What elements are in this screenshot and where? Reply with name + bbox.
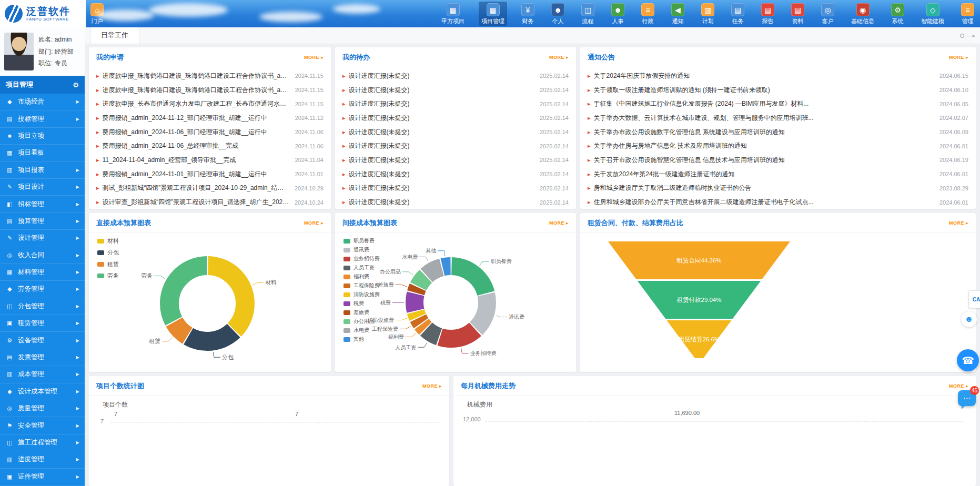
sidebar-item-project-design[interactable]: ✎项目设计▶ — [0, 179, 85, 196]
qq-service-icon[interactable]: ☻ — [961, 311, 977, 327]
sidebar-item-bidding[interactable]: ▤投标管理▶ — [0, 110, 85, 127]
notice-row[interactable]: ▸于征集《中国建筑施工行业信息化发展报告 (2024) —BIM应用与发展》材料… — [588, 97, 968, 111]
sidebar-item-material[interactable]: ▦材料管理▶ — [0, 264, 85, 281]
sidebar-item-budget[interactable]: ▤预算管理▶ — [0, 213, 85, 230]
notice-row[interactable]: ▸关于发放2024年第24批一级建造师注册证书的通知2024.06.01 — [588, 167, 968, 181]
todo-row[interactable]: ▸设计进度汇报(未提交)2025.02.14 — [342, 97, 569, 111]
key-icon[interactable] — [960, 34, 964, 38]
legend-item[interactable]: 办公用品 — [343, 318, 380, 325]
todo-row[interactable]: ▸设计进度汇报(未提交)2025.02.14 — [342, 181, 569, 196]
application-row[interactable]: ▸进度款申报_珠海鹤港口建设_珠海鹤港口建设工程合作协议书_admin_...2… — [96, 69, 324, 83]
sidebar-item-certificate[interactable]: ▣证件管理▶ — [0, 469, 85, 485]
chat-icon[interactable]: ⋯ 45 — [958, 390, 976, 406]
nav-item-owner-project[interactable]: ▦甲方项目 — [439, 2, 467, 26]
nav-item-docs[interactable]: ▤资料 — [789, 2, 807, 26]
legend-item[interactable]: 人员工资 — [343, 264, 380, 271]
more-link[interactable]: MORE ▸ — [949, 383, 968, 389]
more-link[interactable]: MORE ▸ — [949, 55, 968, 60]
notice-row[interactable]: ▸关于领取一级注册建造师培训贴的通知 (须持一建证书前来领取)2024.06.1… — [588, 83, 968, 97]
sidebar-item-subcontract[interactable]: ◫分包管理▶ — [0, 298, 85, 315]
notice-row[interactable]: ▸房和城乡建设厅关于取消二级建造师临时执业证书的公告2023.08.29 — [588, 181, 968, 196]
expand-icon[interactable]: ⇥ — [969, 32, 975, 39]
nav-item-administration[interactable]: ≡行政 — [639, 2, 657, 26]
todo-row[interactable]: ▸设计进度汇报(未提交)2025.02.14 — [342, 167, 569, 181]
legend-item[interactable]: 职员餐费 — [343, 237, 380, 245]
more-link[interactable]: MORE ▸ — [304, 55, 324, 60]
more-link[interactable]: MORE ▸ — [422, 383, 442, 389]
application-row[interactable]: ▸测试_彭祖新城“四馆”景观工程设计项目_2024-10-29_admin_结束… — [96, 181, 324, 196]
gear-icon[interactable]: ⚙ — [73, 81, 79, 89]
nav-item-system[interactable]: ⚙系统 — [888, 2, 907, 26]
more-link[interactable]: MORE ▸ — [549, 55, 569, 60]
notice-row[interactable]: ▸关于举办市政公用设施数字化管理信息 系统建设与应用培训班的通知2024.06.… — [588, 125, 968, 139]
sidebar-item-labor[interactable]: ◆劳务管理▶ — [0, 281, 85, 298]
legend-item[interactable]: 消防设施费 — [343, 291, 380, 298]
legend-item[interactable]: 福利费 — [343, 273, 380, 280]
application-row[interactable]: ▸11_2024-11-04_admin_经营部_领导审批__完成2024.11… — [96, 153, 324, 167]
application-row[interactable]: ▸设计审查_彭祖新城“四馆”景观工程设计项目_请选择_胡广生_2024-10-2… — [96, 195, 324, 209]
nav-item-report[interactable]: ▤报告 — [759, 2, 777, 26]
legend-item[interactable]: 分包 — [97, 249, 119, 257]
legend-item[interactable]: 税费 — [343, 300, 380, 307]
nav-item-personal[interactable]: ☻个人 — [549, 2, 567, 26]
more-link[interactable]: MORE ▸ — [949, 220, 968, 226]
nav-item-hr[interactable]: ☻人事 — [609, 2, 627, 26]
application-row[interactable]: ▸进度款申报_长春市伊通河水力发电厂改建工程_长春市伊通河水力发电...2024… — [96, 97, 324, 111]
nav-item-manage[interactable]: ≡管理 — [958, 2, 977, 26]
sidebar-item-rental[interactable]: ▣租赁管理▶ — [0, 315, 85, 332]
legend-item[interactable]: 通讯费 — [343, 246, 380, 254]
application-row[interactable]: ▸费用报销_admin_2024-11-12_部门经理审批_胡建__运行中202… — [96, 111, 324, 125]
todo-row[interactable]: ▸设计进度汇报(未提交)2025.02.14 — [342, 111, 569, 125]
nav-item-plan[interactable]: ▥计划 — [699, 2, 717, 26]
sidebar-item-safety[interactable]: ⚑安全管理▶ — [0, 417, 85, 434]
nav-item-customer[interactable]: ◎客户 — [819, 2, 837, 26]
legend-item[interactable]: 租赁 — [97, 260, 119, 268]
application-row[interactable]: ▸费用报销_admin_2024-11-01_部门经理审批_胡建__运行中202… — [96, 167, 324, 181]
todo-row[interactable]: ▸设计进度汇报(未提交)2025.02.14 — [342, 83, 569, 97]
nav-item-modeling[interactable]: ◇智能建模 — [918, 2, 947, 26]
sidebar-item-invoice[interactable]: ▤发票管理▶ — [0, 349, 85, 366]
legend-item[interactable]: 其他 — [343, 336, 380, 343]
tab-daily-work[interactable]: 日常工作 — [90, 27, 139, 44]
nav-item-project-mgmt[interactable]: ▦项目管理 — [479, 2, 507, 26]
application-row[interactable]: ▸费用报销_admin_2024-11-06_部门经理审批_胡建__运行中202… — [96, 125, 324, 139]
phone-service-icon[interactable]: ☎ — [957, 349, 979, 371]
notice-row[interactable]: ▸住房和城乡建设部办公厅关于同意吉林省开展二级建造师注册证书电子化试点...20… — [588, 195, 968, 209]
todo-row[interactable]: ▸设计进度汇报(未提交)2025.02.14 — [342, 139, 569, 153]
sidebar-item-equipment[interactable]: ⚙设备管理▶ — [0, 332, 85, 349]
application-row[interactable]: ▸费用报销_admin_2024-11-06_总经理审批__完成2024.11.… — [96, 139, 324, 153]
todo-row[interactable]: ▸设计进度汇报(未提交)2025.02.14 — [342, 195, 569, 209]
sidebar-item-design-cost[interactable]: ◆设计成本管理▶ — [0, 383, 85, 400]
sidebar-item-construction-process[interactable]: ◫施工过程管理▶ — [0, 434, 85, 451]
notice-row[interactable]: ▸关于召开市政公用设施智慧化管理信息 信息技术与应用培训班的通知2024.06.… — [588, 153, 968, 167]
nav-item-base-info[interactable]: ◉基础信息 — [848, 2, 877, 26]
legend-item[interactable]: 业务招待费 — [343, 255, 380, 262]
sidebar-item-quality[interactable]: ◎质量管理▶ — [0, 400, 85, 417]
application-row[interactable]: ▸进度款申报_珠海鹤港口建设_珠海鹤港口建设工程合作协议书_admin_...2… — [96, 83, 324, 97]
legend-item[interactable]: 工程保险费 — [343, 282, 380, 289]
legend-item[interactable]: 劳务 — [97, 272, 119, 280]
nav-item-task[interactable]: ▤任务 — [729, 2, 747, 26]
nav-item-notice[interactable]: ◀通知 — [669, 2, 687, 26]
sidebar-item-project-report[interactable]: ▥项目报表▶ — [0, 162, 85, 179]
app-logo[interactable]: 泛普软件 FANPU SOFTWARE — [0, 0, 86, 27]
nav-item-finance[interactable]: ¥财务 — [519, 2, 537, 26]
notice-row[interactable]: ▸关于举办大数据、云计算技术在城市建设、规划、管理与服务中的应用培训班...20… — [588, 111, 968, 125]
sidebar-item-market[interactable]: ◆市场经营▶ — [0, 94, 85, 110]
notice-row[interactable]: ▸关于举办住房与房地产信息化 技术及应用培训班的通知2024.06.01 — [588, 139, 968, 153]
legend-item[interactable]: 材料 — [97, 237, 119, 245]
sidebar-item-tender[interactable]: ◧招标管理▶ — [0, 196, 85, 212]
more-link[interactable]: MORE ▸ — [549, 220, 569, 226]
todo-row[interactable]: ▸设计进度汇报(未提交)2025.02.14 — [342, 69, 569, 83]
more-link[interactable]: MORE ▸ — [304, 220, 324, 226]
sidebar-item-progress[interactable]: ▥进度管理▶ — [0, 451, 85, 468]
todo-row[interactable]: ▸设计进度汇报(未提交)2025.02.14 — [342, 153, 569, 167]
todo-row[interactable]: ▸设计进度汇报(未提交)2025.02.14 — [342, 125, 569, 139]
nav-item-workflow[interactable]: ◫流程 — [579, 2, 597, 26]
legend-item[interactable]: 差旅费 — [343, 309, 380, 316]
sidebar-item-cost[interactable]: ▥成本管理▶ — [0, 366, 85, 383]
sidebar-item-income-contract[interactable]: ◎收入合同▶ — [0, 247, 85, 264]
sidebar-item-project-board[interactable]: ▦项目看板 — [0, 145, 85, 161]
sidebar-item-project-initiation[interactable]: ■项目立项 — [0, 128, 85, 145]
notice-row[interactable]: ▸关于2024年国庆节放假安排的通知2024.06.15 — [588, 69, 968, 83]
